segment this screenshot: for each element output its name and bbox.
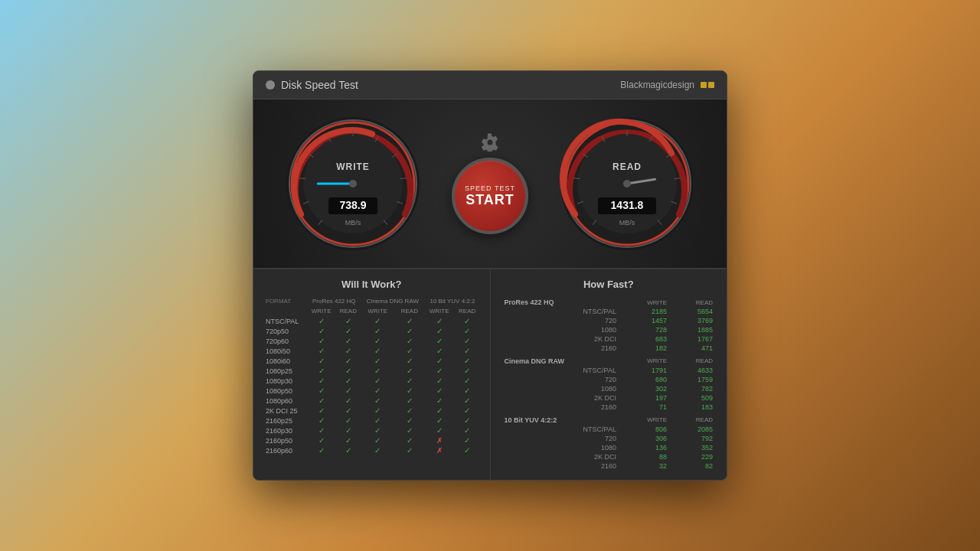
table-row: 2160p30✓✓✓✓✓✓	[263, 425, 481, 435]
write-value: 197	[621, 393, 671, 403]
speed-row: NTSC/PAL 2185 5654	[500, 307, 718, 316]
check-icon: ✓	[407, 327, 413, 335]
write-value: 728	[621, 325, 671, 334]
write-gauge: WRITE 738.9 MB/s	[284, 115, 422, 253]
check-icon: ✓	[318, 426, 325, 435]
check-icon: ✓	[407, 347, 413, 355]
table-row: 1080i60✓✓✓✓✓✓	[263, 356, 481, 366]
write-value: 306	[621, 434, 671, 443]
check-icon: ✓	[345, 347, 351, 355]
speed-row: NTSC/PAL 806 2085	[500, 425, 718, 434]
speed-row: 1080 136 352	[500, 443, 718, 452]
read-value: 82	[671, 461, 717, 471]
write-value: 1457	[621, 316, 671, 325]
speed-row: 2160 71 183	[500, 403, 718, 412]
check-icon: ✓	[345, 436, 351, 445]
speed-row-label: NTSC/PAL	[500, 425, 621, 434]
read-value: 352	[671, 443, 717, 452]
format-name-cell: 1080p25	[263, 366, 307, 376]
format-name-cell: 720p60	[263, 336, 307, 346]
check-icon: ✓	[345, 377, 351, 385]
gauges-section: WRITE 738.9 MB/s SPEED TEST START	[253, 99, 727, 269]
table-row: 2160p25✓✓✓✓✓✓	[263, 416, 481, 425]
check-icon: ✓	[318, 357, 325, 365]
format-name-cell: NTSC/PAL	[263, 316, 307, 326]
check-icon: ✓	[345, 426, 351, 435]
check-icon: ✓	[318, 367, 325, 375]
speed-row-label: 1080	[500, 325, 621, 334]
check-icon: ✓	[407, 426, 413, 435]
check-icon: ✓	[436, 377, 443, 385]
check-icon: ✓	[374, 436, 381, 445]
cinema-dng-header: Cinema DNG RAW	[361, 296, 424, 306]
table-row: 720p60✓✓✓✓✓✓	[263, 336, 481, 346]
start-button[interactable]: SPEED TEST START	[452, 158, 528, 234]
check-icon: ✓	[464, 367, 470, 375]
speed-row: 1080 302 782	[500, 384, 718, 393]
format-name-cell: 2K DCI 25	[263, 406, 307, 416]
how-fast-panel: How Fast? ProRes 422 HQ WRITE READ NTSC/…	[491, 269, 727, 480]
check-icon: ✓	[407, 337, 413, 345]
format-name-cell: 1080p60	[263, 396, 307, 406]
check-icon: ✓	[436, 406, 443, 415]
settings-icon[interactable]	[481, 133, 499, 152]
read-value: 4633	[671, 366, 717, 375]
check-icon: ✓	[374, 357, 381, 365]
svg-text:MB/s: MB/s	[619, 219, 635, 227]
check-icon: ✓	[436, 386, 443, 395]
speed-row-label: NTSC/PAL	[500, 366, 621, 375]
check-icon: ✓	[318, 446, 325, 455]
check-icon: ✓	[436, 357, 443, 365]
will-it-work-title: Will It Work?	[263, 279, 481, 290]
check-icon: ✓	[464, 357, 470, 365]
check-icon: ✓	[374, 386, 381, 395]
check-icon: ✓	[374, 396, 381, 405]
speed-row: 720 1457 3769	[500, 316, 718, 325]
check-icon: ✓	[407, 386, 413, 395]
format-table: FORMAT ProRes 422 HQ Cinema DNG RAW 10 B…	[263, 296, 481, 455]
check-icon: ✓	[345, 357, 351, 365]
check-icon: ✓	[318, 347, 325, 355]
read-value: 2085	[671, 425, 717, 434]
write-value: 680	[621, 375, 671, 384]
check-icon: ✓	[345, 317, 351, 325]
check-icon: ✓	[374, 426, 381, 435]
speed-row-label: 720	[500, 434, 621, 443]
check-icon: ✓	[345, 367, 351, 375]
check-icon: ✓	[374, 337, 381, 345]
write-value: 683	[621, 334, 671, 344]
svg-point-37	[623, 180, 631, 187]
check-icon: ✓	[436, 367, 443, 375]
speed-row: NTSC/PAL 1791 4633	[500, 366, 718, 375]
speed-section-header: Cinema DNG RAW WRITE READ	[500, 353, 718, 366]
check-icon: ✓	[407, 436, 413, 445]
check-icon: ✓	[318, 396, 325, 405]
check-icon: ✓	[464, 406, 470, 415]
check-icon: ✓	[345, 416, 351, 425]
window-title: Disk Speed Test	[281, 79, 358, 91]
read-value: 1885	[671, 325, 717, 334]
prores-header: ProRes 422 HQ	[307, 296, 361, 306]
check-icon: ✓	[407, 396, 413, 405]
format-name-cell: 2160p60	[263, 445, 307, 455]
check-icon: ✓	[374, 416, 381, 425]
speed-row: 2K DCI 683 1767	[500, 334, 718, 344]
speed-row-label: 1080	[500, 384, 621, 393]
write-value: 136	[621, 443, 671, 452]
check-icon: ✓	[374, 446, 381, 455]
data-section: Will It Work? FORMAT ProRes 422 HQ Cinem…	[253, 269, 727, 480]
close-button[interactable]	[266, 80, 275, 90]
check-icon: ✓	[345, 446, 351, 455]
read-value: 1759	[671, 375, 717, 384]
speed-row-label: 2160	[500, 403, 621, 412]
table-row: 2160p60✓✓✓✓✗✓	[263, 445, 481, 455]
check-icon: ✓	[436, 416, 443, 425]
start-button-small-text: SPEED TEST	[465, 184, 515, 192]
read-gauge-container: READ 1431.8 MB/s	[558, 115, 696, 253]
table-row: 2160p50✓✓✓✓✗✓	[263, 435, 481, 445]
table-row: 720p50✓✓✓✓✓✓	[263, 326, 481, 336]
speed-row: 2K DCI 197 509	[500, 393, 718, 403]
svg-point-16	[349, 180, 357, 187]
format-name-cell: 1080p50	[263, 386, 307, 396]
check-icon: ✓	[318, 377, 325, 385]
